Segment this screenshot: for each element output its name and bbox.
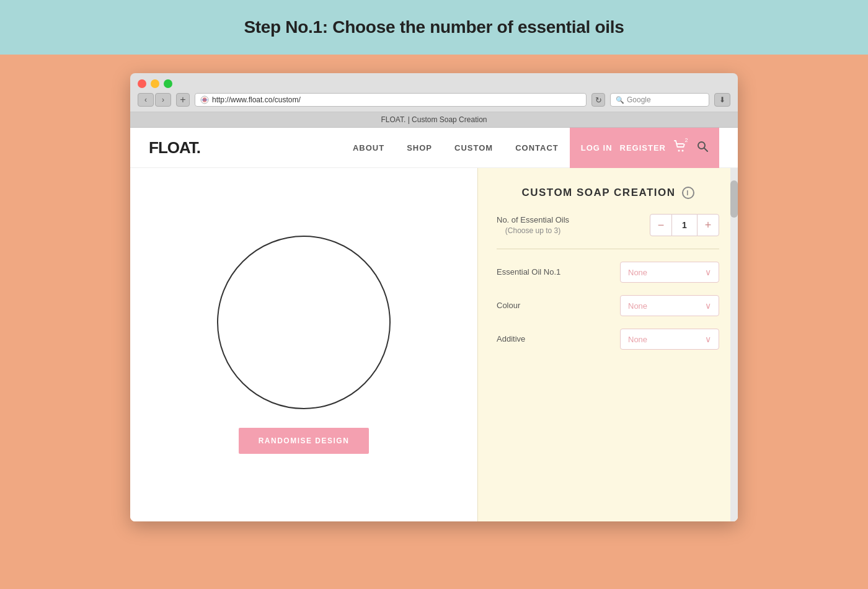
- nav-contact[interactable]: CONTACT: [504, 143, 570, 153]
- cart-icon[interactable]: 2: [673, 140, 687, 156]
- nav-shop[interactable]: SHOP: [396, 143, 443, 153]
- randomise-button[interactable]: RANDOMISE DESIGN: [239, 428, 370, 454]
- additive-value: None: [628, 335, 647, 344]
- search-placeholder: Google: [627, 95, 651, 104]
- additive-chevron-down-icon: ∨: [705, 334, 711, 344]
- instruction-title: Step No.1: Choose the number of essentia…: [12, 17, 856, 37]
- colour-chevron-down-icon: ∨: [705, 301, 711, 311]
- nav-search-icon[interactable]: [697, 141, 708, 155]
- browser-tab-title: FLOAT. | Custom Soap Creation: [130, 112, 738, 128]
- soap-preview-panel: RANDOMISE DESIGN: [130, 168, 477, 521]
- refresh-button[interactable]: ↻: [591, 93, 605, 107]
- search-bar[interactable]: 🔍 Google: [610, 93, 709, 107]
- svg-point-2: [682, 150, 684, 152]
- info-icon[interactable]: i: [682, 187, 694, 199]
- browser-window: ‹ › + http://www.float.co/custom/ ↻ 🔍 Go…: [130, 73, 738, 521]
- additive-row: Additive None ∨: [497, 329, 719, 350]
- nav-buttons: ‹ ›: [138, 93, 171, 107]
- cart-badge: 2: [682, 136, 691, 144]
- increment-button[interactable]: +: [697, 214, 719, 236]
- svg-line-4: [704, 148, 707, 151]
- forward-button[interactable]: ›: [155, 93, 171, 107]
- colour-row: Colour None ∨: [497, 295, 719, 316]
- essential-oils-stepper: − 1 +: [650, 214, 719, 236]
- search-icon: 🔍: [616, 96, 624, 104]
- scrollbar[interactable]: [730, 168, 738, 521]
- back-button[interactable]: ‹: [138, 93, 154, 107]
- soap-circle: [217, 236, 391, 409]
- essential-oils-row: No. of Essential Oils (Choose up to 3) −…: [497, 214, 719, 236]
- decrement-button[interactable]: −: [650, 214, 672, 236]
- nav-cta: LOG IN REGISTER 2: [570, 128, 719, 168]
- url-bar[interactable]: http://www.float.co/custom/: [195, 93, 587, 107]
- nav-links: ABOUT SHOP CUSTOM CONTACT: [342, 143, 570, 153]
- nav-about[interactable]: ABOUT: [342, 143, 396, 153]
- oil1-value: None: [628, 268, 647, 277]
- oil1-dropdown[interactable]: None ∨: [620, 262, 719, 283]
- stepper-value: 1: [672, 214, 697, 236]
- panel-title: CUSTOM SOAP CREATION i: [497, 187, 719, 199]
- nav-custom[interactable]: CUSTOM: [443, 143, 504, 153]
- main-content: RANDOMISE DESIGN CUSTOM SOAP CREATION i …: [130, 168, 738, 521]
- oil1-row: Essential Oil No.1 None ∨: [497, 262, 719, 283]
- instruction-bar: Step No.1: Choose the number of essentia…: [0, 0, 868, 55]
- controls-panel: CUSTOM SOAP CREATION i No. of Essential …: [477, 168, 738, 521]
- website-content: FLOAT. ABOUT SHOP CUSTOM CONTACT LOG IN …: [130, 128, 738, 521]
- additive-label: Additive: [497, 334, 525, 345]
- oil1-label: Essential Oil No.1: [497, 267, 560, 278]
- add-tab-button[interactable]: +: [176, 93, 190, 107]
- colour-dropdown[interactable]: None ∨: [620, 295, 719, 316]
- site-nav: FLOAT. ABOUT SHOP CUSTOM CONTACT LOG IN …: [130, 128, 738, 168]
- colour-label: Colour: [497, 300, 520, 311]
- oil1-chevron-down-icon: ∨: [705, 267, 711, 277]
- essential-oils-label: No. of Essential Oils (Choose up to 3): [497, 215, 569, 236]
- login-button[interactable]: LOG IN: [581, 143, 613, 153]
- divider-1: [497, 249, 719, 249]
- minimize-button[interactable]: [151, 79, 159, 88]
- close-button[interactable]: [138, 79, 146, 88]
- svg-point-1: [678, 150, 680, 152]
- register-button[interactable]: REGISTER: [620, 143, 666, 153]
- scrollbar-thumb[interactable]: [730, 180, 738, 218]
- download-button[interactable]: ⬇: [714, 93, 730, 107]
- traffic-lights: [138, 79, 730, 88]
- maximize-button[interactable]: [164, 79, 172, 88]
- site-logo[interactable]: FLOAT.: [149, 138, 200, 157]
- colour-value: None: [628, 301, 647, 311]
- url-text: http://www.float.co/custom/: [212, 95, 301, 104]
- browser-toolbar: ‹ › + http://www.float.co/custom/ ↻ 🔍 Go…: [138, 93, 730, 107]
- browser-chrome: ‹ › + http://www.float.co/custom/ ↻ 🔍 Go…: [130, 73, 738, 112]
- favicon-icon: [200, 95, 209, 104]
- additive-dropdown[interactable]: None ∨: [620, 329, 719, 350]
